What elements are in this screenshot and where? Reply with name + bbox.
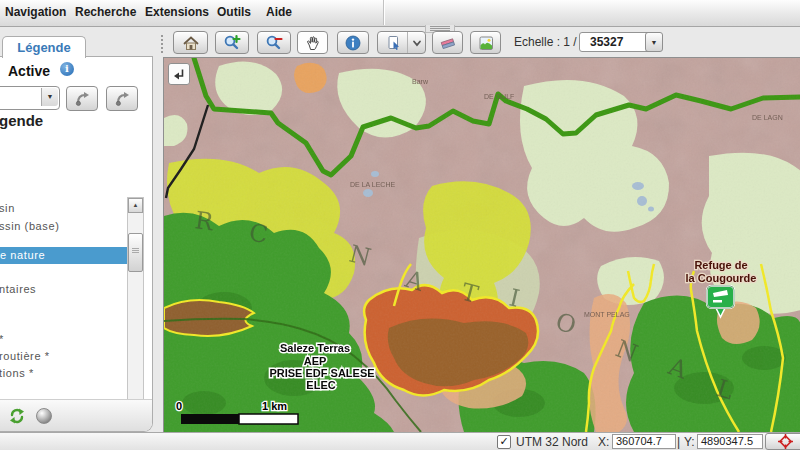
svg-text:PRISE EDF SALESE: PRISE EDF SALESE (269, 367, 374, 379)
curved-arrow-icon (114, 90, 131, 107)
svg-text:DE GULF: DE GULF (484, 93, 514, 100)
select-page-icon (385, 34, 403, 52)
svg-text:la Cougourde: la Cougourde (686, 272, 757, 284)
svg-text:ELEC: ELEC (306, 379, 335, 391)
status-bar: ✓ UTM 32 Nord X: 360704.7 | Y: 4890347.5 (0, 432, 800, 450)
refuge-label: Refuge de la Cougourde (686, 259, 757, 284)
map-collapse-button[interactable] (168, 63, 190, 85)
legend-item[interactable]: * (0, 333, 4, 345)
legend-panel: Active i ▼ gende sin ssin (base) e natur… (0, 56, 153, 432)
menu-bar: Navigation Recherche Extensions Outils A… (0, 0, 800, 27)
toolbar-grip[interactable] (161, 33, 165, 53)
application-window: Navigation Recherche Extensions Outils A… (0, 0, 800, 450)
info-icon (344, 34, 362, 52)
identify-button[interactable] (337, 31, 369, 54)
layer-action-button-1[interactable] (66, 86, 98, 111)
curved-arrow-icon (74, 90, 91, 107)
eraser-button[interactable] (432, 31, 463, 54)
legend-heading: gende (0, 112, 43, 129)
info-icon[interactable]: i (60, 62, 74, 76)
zoom-in-icon (223, 34, 241, 52)
projection-checkbox[interactable]: ✓ (497, 435, 511, 449)
x-label: X: (598, 435, 609, 449)
legend-item[interactable]: sin (0, 202, 15, 214)
crosshair-icon (778, 434, 793, 449)
home-button[interactable] (173, 31, 208, 54)
chevron-down-icon[interactable]: ▼ (41, 88, 58, 106)
pan-button[interactable] (297, 31, 328, 54)
scrollbar-thumb[interactable] (128, 233, 143, 272)
menu-aide[interactable]: Aide (253, 0, 305, 25)
legend-scrollbar[interactable]: ▲ ▼ (127, 197, 144, 432)
svg-text:DE LA LECHE: DE LA LECHE (350, 181, 395, 188)
map-canvas: R C N A T I O N A L Barw DE GULF DE LA L… (164, 58, 800, 432)
legend-footer (0, 399, 152, 432)
legend-item[interactable]: routière * (0, 350, 50, 362)
y-label: Y: (684, 435, 695, 449)
zoom-out-button[interactable] (257, 31, 291, 54)
eraser-icon (439, 34, 457, 52)
map-image-icon (477, 34, 495, 52)
legend-item-label: e nature (0, 249, 45, 261)
map-viewport[interactable]: R C N A T I O N A L Barw DE GULF DE LA L… (163, 57, 800, 432)
zoom-in-button[interactable] (215, 31, 249, 54)
scale-label: Echelle : 1 / (514, 31, 577, 54)
scroll-up-icon[interactable]: ▲ (128, 198, 143, 213)
svg-text:Saleze Terras: Saleze Terras (280, 342, 350, 354)
svg-text:AEP: AEP (304, 355, 327, 367)
corner-arrow-icon (172, 67, 186, 81)
scale-input[interactable]: 35327 (579, 32, 651, 52)
svg-text:0: 0 (176, 400, 182, 412)
legend-item[interactable]: ntaires (0, 283, 36, 295)
y-coordinate-field[interactable]: 4890347.5 (697, 434, 763, 449)
svg-text:Barw: Barw (412, 78, 429, 85)
projection-label: UTM 32 Nord (516, 435, 588, 449)
globe-sphere-icon[interactable] (36, 408, 52, 424)
legend-item-selected[interactable]: e nature (0, 247, 127, 264)
tab-legende[interactable]: Légende (2, 36, 86, 58)
menu-separator (383, 0, 385, 25)
scale-dropdown-button[interactable]: ▼ (645, 32, 663, 52)
svg-text:Refuge de: Refuge de (694, 259, 747, 271)
chevron-down-icon[interactable] (410, 36, 424, 50)
home-icon (182, 34, 200, 52)
active-layer-label: Active (8, 63, 50, 79)
zoom-out-icon (265, 34, 283, 52)
select-button[interactable] (377, 31, 426, 54)
coord-separator: | (677, 435, 680, 449)
svg-text:MONT PELAG: MONT PELAG (584, 311, 630, 318)
legend-item[interactable]: tions * (0, 367, 34, 379)
map-export-button[interactable] (470, 31, 501, 54)
hand-pan-icon (304, 34, 322, 52)
svg-text:1 km: 1 km (262, 400, 287, 412)
refresh-icon[interactable] (8, 407, 26, 425)
locate-button[interactable] (765, 433, 800, 450)
x-coordinate-field[interactable]: 360704.7 (612, 434, 676, 449)
legend-item[interactable]: ssin (base) (0, 220, 59, 232)
layer-action-button-2[interactable] (106, 86, 138, 111)
svg-text:DE LAGN: DE LAGN (752, 114, 783, 121)
layer-select[interactable]: ▼ (0, 86, 60, 110)
